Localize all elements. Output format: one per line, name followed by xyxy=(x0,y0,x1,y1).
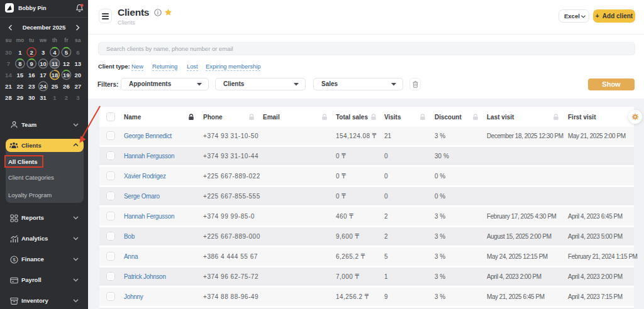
svg-text:$: $ xyxy=(13,257,16,263)
